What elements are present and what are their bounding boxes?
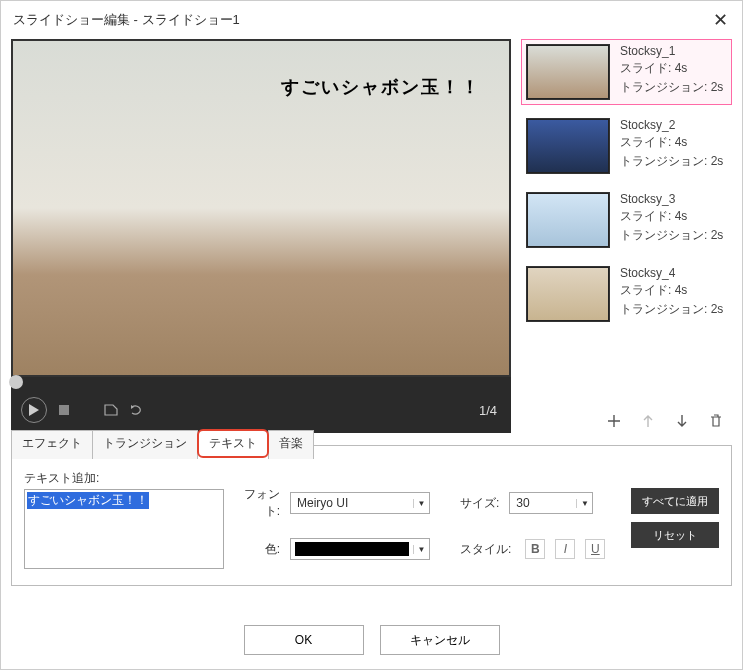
italic-button[interactable]: I	[555, 539, 575, 559]
tab-effect[interactable]: エフェクト	[11, 430, 93, 459]
preview-frame: すごいシャボン玉！！	[11, 39, 511, 377]
slide-duration: スライド: 4s	[620, 282, 723, 299]
size-value: 30	[510, 496, 576, 510]
arrow-down-icon[interactable]	[674, 413, 690, 429]
slide-thumbnail	[526, 44, 610, 100]
font-value: Meiryo UI	[291, 496, 413, 510]
arrow-up-icon[interactable]	[640, 413, 656, 429]
slide-transition: トランジション: 2s	[620, 301, 723, 318]
tab-text[interactable]: テキスト	[197, 429, 269, 458]
svg-marker-0	[29, 404, 39, 416]
slide-item[interactable]: Stocksy_2 スライド: 4s トランジション: 2s	[521, 113, 732, 179]
progress-bar[interactable]	[11, 377, 511, 387]
style-label: スタイル:	[460, 541, 511, 558]
text-input[interactable]: すごいシャボン玉！！	[24, 489, 224, 569]
play-button[interactable]	[21, 397, 47, 423]
stop-button[interactable]	[59, 405, 69, 415]
slide-thumbnail	[526, 266, 610, 322]
size-select[interactable]: 30 ▼	[509, 492, 593, 514]
text-add-label: テキスト追加:	[24, 470, 224, 487]
close-icon[interactable]: ✕	[710, 9, 730, 31]
overlay-text: すごいシャボン玉！！	[281, 75, 481, 99]
cancel-button[interactable]: キャンセル	[380, 625, 500, 655]
text-input-value: すごいシャボン玉！！	[27, 492, 149, 509]
slide-duration: スライド: 4s	[620, 208, 723, 225]
slide-item[interactable]: Stocksy_1 スライド: 4s トランジション: 2s	[521, 39, 732, 105]
chevron-down-icon: ▼	[576, 499, 592, 508]
slide-transition: トランジション: 2s	[620, 153, 723, 170]
slide-transition: トランジション: 2s	[620, 79, 723, 96]
slide-name: Stocksy_4	[620, 266, 723, 280]
slide-name: Stocksy_1	[620, 44, 723, 58]
color-label: 色:	[236, 541, 280, 558]
slide-transition: トランジション: 2s	[620, 227, 723, 244]
snapshot-icon[interactable]	[103, 403, 119, 417]
slide-name: Stocksy_2	[620, 118, 723, 132]
chevron-down-icon: ▼	[413, 545, 429, 554]
progress-knob[interactable]	[9, 375, 23, 389]
font-label: フォント:	[236, 486, 280, 520]
font-select[interactable]: Meiryo UI ▼	[290, 492, 430, 514]
slide-duration: スライド: 4s	[620, 60, 723, 77]
apply-all-button[interactable]: すべてに適用	[631, 488, 719, 514]
color-select[interactable]: ▼	[290, 538, 430, 560]
loop-icon[interactable]	[129, 403, 145, 417]
chevron-down-icon: ▼	[413, 499, 429, 508]
slide-item[interactable]: Stocksy_3 スライド: 4s トランジション: 2s	[521, 187, 732, 253]
slide-name: Stocksy_3	[620, 192, 723, 206]
trash-icon[interactable]	[708, 413, 724, 429]
ok-button[interactable]: OK	[244, 625, 364, 655]
tab-transition[interactable]: トランジション	[92, 430, 198, 459]
bold-button[interactable]: B	[525, 539, 545, 559]
slide-duration: スライド: 4s	[620, 134, 723, 151]
tab-music[interactable]: 音楽	[268, 430, 314, 459]
slide-counter: 1/4	[479, 403, 501, 418]
underline-button[interactable]: U	[585, 539, 605, 559]
window-title: スライドショー編集 - スライドショー1	[13, 11, 240, 29]
slide-thumbnail	[526, 118, 610, 174]
reset-button[interactable]: リセット	[631, 522, 719, 548]
add-icon[interactable]	[606, 413, 622, 429]
color-swatch	[295, 542, 409, 556]
slide-item[interactable]: Stocksy_4 スライド: 4s トランジション: 2s	[521, 261, 732, 327]
slides-list: Stocksy_1 スライド: 4s トランジション: 2s Stocksy_2…	[521, 39, 732, 327]
size-label: サイズ:	[460, 495, 499, 512]
slide-thumbnail	[526, 192, 610, 248]
